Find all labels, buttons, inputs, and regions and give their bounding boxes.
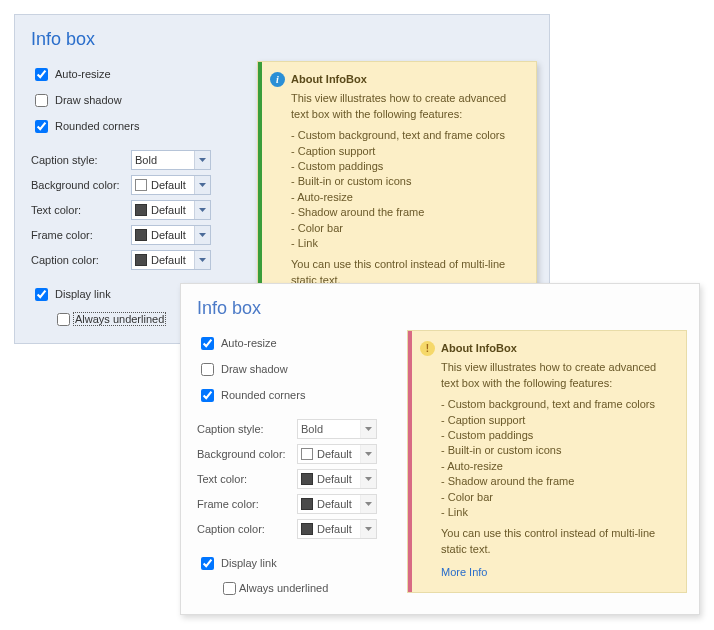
caption-style-select[interactable]: Bold	[297, 419, 377, 439]
chevron-down-icon	[360, 520, 376, 538]
form-area: Auto-resize Draw shadow Rounded corners …	[197, 331, 413, 599]
frame-color-label: Frame color:	[197, 498, 297, 510]
always-underlined-checkbox[interactable]	[57, 313, 70, 326]
chevron-down-icon	[360, 495, 376, 513]
page-title: Info box	[31, 29, 533, 50]
background-color-select[interactable]: Default	[131, 175, 211, 195]
text-color-label: Text color:	[197, 473, 297, 485]
background-color-label: Background color:	[197, 448, 297, 460]
always-underlined-label: Always underlined	[73, 313, 166, 325]
chevron-down-icon	[194, 176, 210, 194]
chevron-down-icon	[194, 151, 210, 169]
display-link-label: Display link	[55, 288, 111, 300]
color-swatch-icon	[135, 229, 147, 241]
chevron-down-icon	[194, 226, 210, 244]
color-swatch-icon	[301, 448, 313, 460]
caption-color-select[interactable]: Default	[131, 250, 211, 270]
draw-shadow-checkbox[interactable]	[35, 94, 48, 107]
text-color-select[interactable]: Default	[297, 469, 377, 489]
info-icon	[270, 72, 285, 87]
more-info-link[interactable]: More Info	[441, 565, 487, 580]
auto-resize-checkbox[interactable]	[35, 68, 48, 81]
text-color-select[interactable]: Default	[131, 200, 211, 220]
caption-style-label: Caption style:	[197, 423, 297, 435]
settings-panel-white: Info box Auto-resize Draw shadow Rounded…	[180, 283, 700, 615]
background-color-label: Background color:	[31, 179, 131, 191]
display-link-checkbox[interactable]	[201, 557, 214, 570]
draw-shadow-label: Draw shadow	[221, 363, 288, 375]
color-swatch-icon	[135, 204, 147, 216]
info-box: About InfoBox This view illustrates how …	[407, 330, 687, 593]
chevron-down-icon	[360, 470, 376, 488]
infobox-intro: This view illustrates how to create adva…	[441, 360, 674, 391]
auto-resize-label: Auto-resize	[55, 68, 111, 80]
frame-color-select[interactable]: Default	[131, 225, 211, 245]
color-swatch-icon	[135, 179, 147, 191]
color-bar	[408, 331, 412, 592]
chevron-down-icon	[360, 420, 376, 438]
auto-resize-checkbox[interactable]	[201, 337, 214, 350]
always-underlined-checkbox[interactable]	[223, 582, 236, 595]
rounded-corners-label: Rounded corners	[55, 120, 139, 132]
rounded-corners-checkbox[interactable]	[201, 389, 214, 402]
display-link-label: Display link	[221, 557, 277, 569]
infobox-features: Custom background, text and frame colors…	[441, 397, 674, 520]
chevron-down-icon	[194, 251, 210, 269]
color-swatch-icon	[301, 498, 313, 510]
draw-shadow-checkbox[interactable]	[201, 363, 214, 376]
caption-style-select[interactable]: Bold	[131, 150, 211, 170]
chevron-down-icon	[360, 445, 376, 463]
frame-color-label: Frame color:	[31, 229, 131, 241]
frame-color-select[interactable]: Default	[297, 494, 377, 514]
auto-resize-label: Auto-resize	[221, 337, 277, 349]
color-swatch-icon	[301, 473, 313, 485]
warning-icon	[420, 341, 435, 356]
caption-color-label: Caption color:	[31, 254, 131, 266]
infobox-footer: You can use this control instead of mult…	[441, 526, 674, 557]
background-color-select[interactable]: Default	[297, 444, 377, 464]
infobox-features: Custom background, text and frame colors…	[291, 128, 524, 251]
rounded-corners-checkbox[interactable]	[35, 120, 48, 133]
infobox-title: About InfoBox	[291, 72, 367, 87]
rounded-corners-label: Rounded corners	[221, 389, 305, 401]
infobox-intro: This view illustrates how to create adva…	[291, 91, 524, 122]
caption-color-label: Caption color:	[197, 523, 297, 535]
caption-color-select[interactable]: Default	[297, 519, 377, 539]
display-link-checkbox[interactable]	[35, 288, 48, 301]
color-swatch-icon	[135, 254, 147, 266]
color-bar	[258, 62, 262, 300]
draw-shadow-label: Draw shadow	[55, 94, 122, 106]
info-box: About InfoBox This view illustrates how …	[257, 61, 537, 301]
chevron-down-icon	[194, 201, 210, 219]
text-color-label: Text color:	[31, 204, 131, 216]
infobox-title: About InfoBox	[441, 341, 517, 356]
page-title: Info box	[197, 298, 683, 319]
always-underlined-label: Always underlined	[239, 582, 328, 594]
color-swatch-icon	[301, 523, 313, 535]
caption-style-label: Caption style:	[31, 154, 131, 166]
